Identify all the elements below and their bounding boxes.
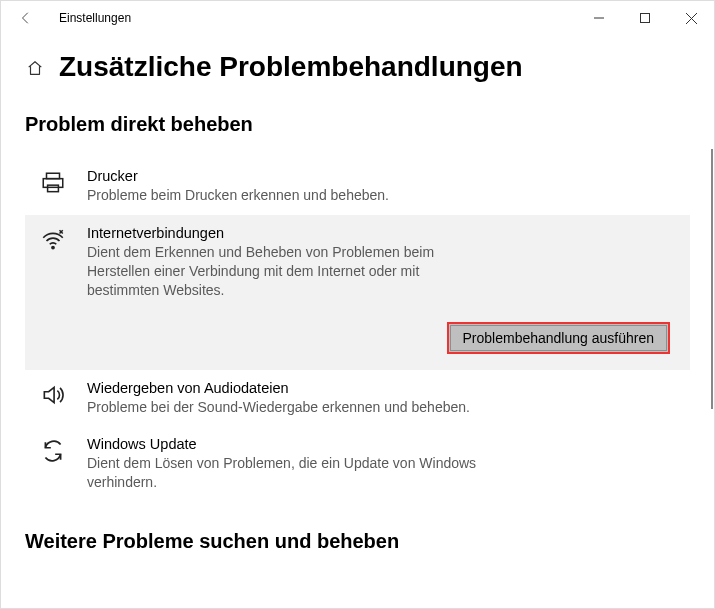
titlebar: Einstellungen: [1, 1, 714, 35]
svg-rect-5: [43, 179, 63, 188]
maximize-button[interactable]: [622, 1, 668, 35]
scrollbar[interactable]: [711, 149, 713, 409]
svg-rect-6: [48, 185, 59, 192]
item-desc: Dient dem Lösen von Problemen, die ein U…: [87, 454, 477, 492]
item-title: Windows Update: [87, 436, 676, 452]
item-title: Wiedergeben von Audiodateien: [87, 380, 676, 396]
item-title: Internetverbindungen: [87, 225, 676, 241]
section-direct-fix: Problem direkt beheben: [25, 113, 690, 136]
svg-point-7: [52, 246, 54, 248]
window-title: Einstellungen: [59, 11, 576, 25]
item-title: Drucker: [87, 168, 676, 184]
item-desc: Dient dem Erkennen und Beheben von Probl…: [87, 243, 477, 300]
page-title: Zusätzliche Problembehandlungen: [59, 51, 523, 83]
wifi-icon: [39, 225, 67, 253]
printer-icon: [39, 168, 67, 196]
content-area: Zusätzliche Problembehandlungen Problem …: [1, 35, 714, 608]
item-printer[interactable]: Drucker Probleme beim Drucken erkennen u…: [25, 158, 690, 215]
item-desc: Probleme bei der Sound-Wiedergabe erkenn…: [87, 398, 477, 417]
item-internet[interactable]: Internetverbindungen Dient dem Erkennen …: [25, 215, 690, 370]
window-controls: [576, 1, 714, 35]
run-troubleshooter-button[interactable]: Problembehandlung ausführen: [447, 322, 670, 354]
close-button[interactable]: [668, 1, 714, 35]
svg-rect-4: [47, 173, 60, 178]
speaker-icon: [39, 380, 67, 408]
back-button[interactable]: [15, 11, 37, 25]
item-audio[interactable]: Wiedergeben von Audiodateien Probleme be…: [25, 370, 690, 427]
action-row: Problembehandlung ausführen: [39, 300, 676, 360]
troubleshooter-list: Drucker Probleme beim Drucken erkennen u…: [25, 158, 690, 502]
item-desc: Probleme beim Drucken erkennen und beheb…: [87, 186, 477, 205]
minimize-button[interactable]: [576, 1, 622, 35]
svg-rect-1: [641, 14, 650, 23]
item-windows-update[interactable]: Windows Update Dient dem Lösen von Probl…: [25, 426, 690, 502]
update-icon: [39, 436, 67, 464]
home-icon[interactable]: [25, 58, 45, 78]
section-more-problems: Weitere Probleme suchen und beheben: [25, 530, 690, 553]
heading-row: Zusätzliche Problembehandlungen: [25, 51, 690, 83]
